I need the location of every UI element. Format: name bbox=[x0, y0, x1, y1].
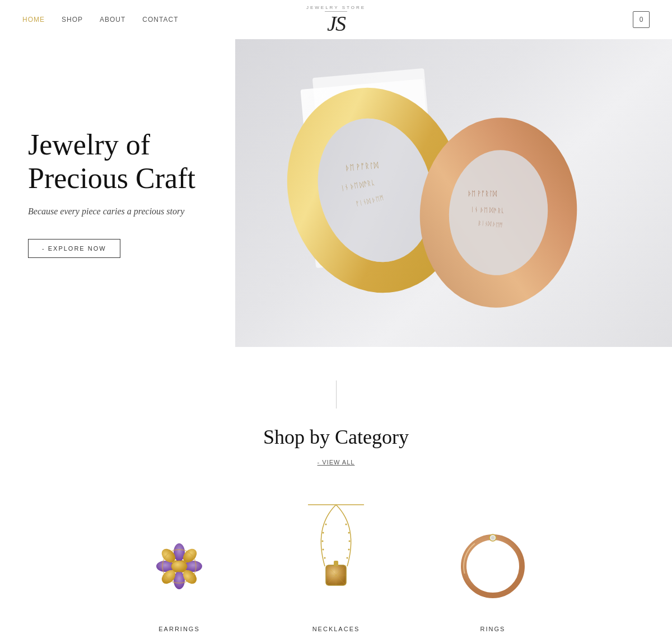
cart-count: 0 bbox=[640, 16, 643, 24]
necklaces-svg bbox=[291, 494, 381, 617]
svg-text:ᛁᚾ ᚦᛖ ᛞᚫᚱᚳ: ᛁᚾ ᚦᛖ ᛞᚫᚱᚳ bbox=[470, 206, 505, 214]
svg-point-26 bbox=[325, 524, 327, 525]
rings-display: ᚦᛖ ᚹᚩᚱᛚᛞ ᛁᚾ ᚦᛖ ᛞᚫᚱᚳ ᚠᛁᚾᛞ ᚦᛖᛗ ᚦᛖ ᚹᚩᚱᛚᛞ ᛁᚾ… bbox=[235, 39, 672, 347]
explore-now-button[interactable]: - EXPLORE NOW bbox=[28, 239, 120, 258]
category-earrings[interactable]: EARRINGS 5 PRODUCTS bbox=[123, 516, 235, 634]
necklaces-name: NECKLACES bbox=[312, 626, 360, 632]
nav-about[interactable]: ABOUT bbox=[100, 16, 125, 24]
section-divider bbox=[336, 381, 337, 408]
hero-title: Jewelry of Precious Craft bbox=[28, 128, 207, 195]
logo-text: JEWELRY STORE bbox=[306, 6, 366, 10]
svg-point-32 bbox=[348, 532, 350, 534]
rings-image bbox=[437, 516, 549, 617]
site-header: HOME SHOP ABOUT CONTACT JEWELRY STORE JS… bbox=[0, 0, 672, 39]
svg-rect-41 bbox=[334, 561, 338, 566]
svg-point-45 bbox=[491, 536, 494, 539]
nav-home[interactable]: HOME bbox=[22, 16, 45, 24]
nav-shop[interactable]: SHOP bbox=[62, 16, 83, 24]
necklaces-image bbox=[280, 494, 392, 617]
shop-title: Shop by Category bbox=[22, 425, 650, 449]
svg-point-30 bbox=[324, 557, 326, 559]
earrings-name: EARRINGS bbox=[158, 626, 199, 632]
view-all-link[interactable]: - VIEW ALL bbox=[318, 459, 355, 466]
svg-point-34 bbox=[348, 549, 350, 551]
hero-section: Jewelry of Precious Craft Because every … bbox=[0, 39, 672, 347]
logo-letters: JS bbox=[327, 13, 345, 34]
category-necklaces[interactable]: NECKLACES 5 PRODUCTS bbox=[280, 494, 392, 634]
svg-point-28 bbox=[322, 541, 324, 542]
earrings-image bbox=[123, 516, 235, 617]
hero-content: Jewelry of Precious Craft Because every … bbox=[0, 39, 235, 347]
svg-point-27 bbox=[323, 532, 324, 534]
site-logo: JEWELRY STORE JS bbox=[306, 6, 366, 34]
svg-text:ᚦᛖ ᚹᚩᚱᛚᛞ: ᚦᛖ ᚹᚩᚱᛚᛞ bbox=[468, 190, 497, 198]
cart-button[interactable]: 0 bbox=[633, 11, 650, 28]
svg-point-31 bbox=[346, 524, 347, 525]
svg-point-33 bbox=[349, 541, 351, 542]
svg-point-29 bbox=[323, 549, 324, 551]
categories-grid: EARRINGS 5 PRODUCTS bbox=[22, 494, 650, 634]
rings-name: RINGS bbox=[480, 626, 506, 632]
rings-svg: ᚦᛖ ᚹᚩᚱᛚᛞ ᛁᚾ ᚦᛖ ᛞᚫᚱᚳ ᚠᛁᚾᛞ ᚦᛖᛗ ᚦᛖ ᚹᚩᚱᛚᛞ ᛁᚾ… bbox=[263, 39, 644, 347]
category-rings[interactable]: RINGS 5 PRODUCTS bbox=[437, 516, 549, 634]
svg-point-35 bbox=[347, 557, 348, 559]
rings-category-svg bbox=[454, 527, 532, 605]
hero-subtitle: Because every piece caries a precious st… bbox=[28, 206, 207, 217]
nav-contact[interactable]: CONTACT bbox=[142, 16, 178, 24]
hero-image: ᚦᛖ ᚹᚩᚱᛚᛞ ᛁᚾ ᚦᛖ ᛞᚫᚱᚳ ᚠᛁᚾᛞ ᚦᛖᛗ ᚦᛖ ᚹᚩᚱᛚᛞ ᛁᚾ… bbox=[235, 39, 672, 347]
svg-point-22 bbox=[171, 561, 187, 572]
main-nav: HOME SHOP ABOUT CONTACT bbox=[22, 16, 178, 24]
earrings-svg bbox=[140, 527, 218, 605]
shop-section: Shop by Category - VIEW ALL bbox=[0, 347, 672, 634]
